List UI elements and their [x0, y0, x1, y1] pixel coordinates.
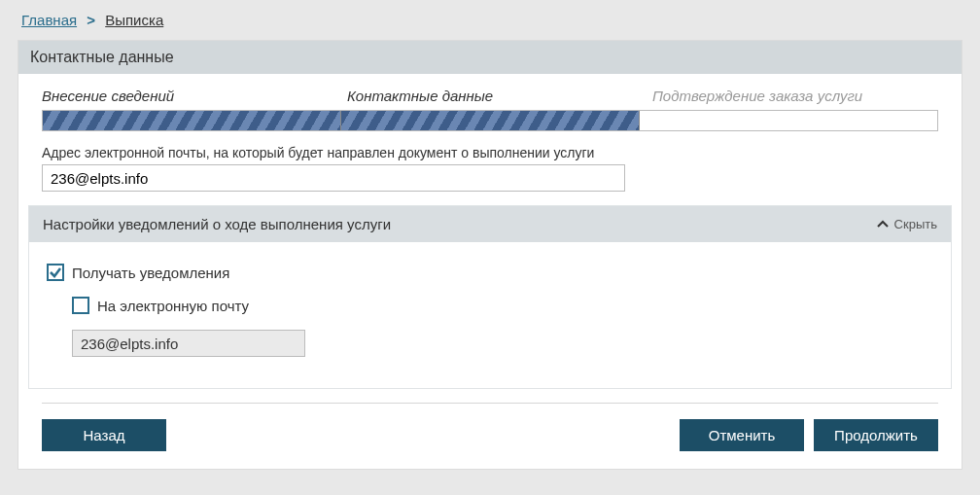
hide-toggle-label: Скрыть [894, 217, 937, 231]
breadcrumb-separator: > [87, 12, 95, 28]
hide-toggle[interactable]: Скрыть [877, 217, 937, 231]
receive-notifications-checkbox[interactable] [47, 264, 64, 281]
progress-seg-2 [341, 111, 640, 130]
notification-email-input [72, 330, 305, 357]
breadcrumb: Главная > Выписка [18, 12, 962, 28]
email-input[interactable] [42, 164, 625, 192]
panel-title: Контактные данные [18, 41, 962, 74]
by-email-checkbox[interactable] [72, 297, 89, 314]
breadcrumb-current: Выписка [105, 12, 163, 28]
progress-seg-1 [43, 111, 341, 130]
continue-button[interactable]: Продолжить [814, 419, 938, 451]
main-panel: Контактные данные Внесение сведений Конт… [18, 40, 962, 470]
by-email-label: На электронную почту [97, 298, 249, 314]
step-1: Внесение сведений [42, 88, 328, 104]
progress-seg-3 [640, 111, 937, 130]
step-2: Контактные данные [347, 88, 633, 104]
divider [42, 403, 938, 404]
wizard-steps: Внесение сведений Контактные данные Подт… [18, 74, 962, 110]
receive-notifications-label: Получать уведомления [72, 265, 229, 281]
progress-bar [42, 110, 938, 131]
breadcrumb-home[interactable]: Главная [21, 12, 77, 28]
notifications-title: Настройки уведомлений о ходе выполнения … [43, 216, 391, 232]
back-button[interactable]: Назад [42, 419, 166, 451]
step-3: Подтверждение заказа услуги [652, 88, 938, 104]
chevron-up-icon [877, 219, 889, 230]
email-label: Адрес электронной почты, на который буде… [42, 145, 938, 160]
cancel-button[interactable]: Отменить [680, 419, 804, 451]
notifications-panel: Настройки уведомлений о ходе выполнения … [28, 205, 952, 389]
